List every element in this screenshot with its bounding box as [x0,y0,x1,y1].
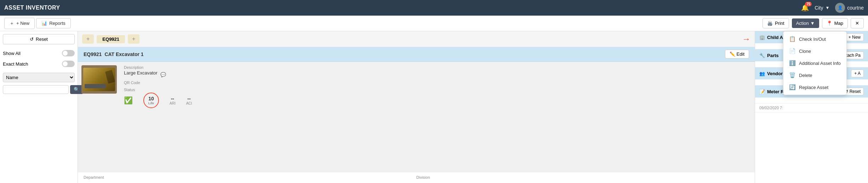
department-label: Department [84,175,416,179]
edit-label: Edit [737,51,744,57]
description-label: Description [124,65,751,70]
life-label: Life [148,101,154,105]
toolbar-right: 🖨️ Print Action ▼ 📍 Map ✕ [763,18,864,28]
dropdown-item[interactable]: 🔄Replace Asset [783,81,846,93]
notification-count: 75 [805,2,812,6]
search-field-select[interactable]: Name [3,73,75,82]
close-button[interactable]: ✕ [851,18,864,28]
ari-value: -- [170,96,176,101]
dropdown-item-icon: 📄 [789,48,795,54]
parts-icon: 🔧 [759,53,765,58]
child-assets-new-button[interactable]: + New [845,33,864,41]
print-label: Print [775,21,784,26]
add-label: + A [854,71,861,76]
map-label: Map [834,21,843,26]
app-title: ASSET INVENTORY [4,5,801,11]
dropdown-item[interactable]: 📋Check In/Out [783,33,846,45]
asset-name: CAT Excavator 1 [104,51,725,57]
avatar: 👤 [835,3,845,13]
dropdown-item[interactable]: 📄Clone [783,45,846,57]
close-icon: ✕ [855,21,859,26]
reset-icon: ↺ [30,37,34,42]
main-toolbar: ＋ + New 📊 Reports 🖨️ Print Action ▼ 📍 Ma… [0,16,868,31]
dropdown-item[interactable]: ℹ️Additional Asset Info [783,57,846,69]
content-area: + EQ9921 + → EQ9921 CAT Excavator 1 ✏️ E… [78,31,755,183]
tab-add-left-button[interactable]: + [82,34,94,44]
show-all-label: Show All [3,51,21,56]
edit-icon: ✏️ [730,51,735,57]
life-value: 10 [148,96,154,101]
ari-label: ARI [170,101,176,105]
dropdown-item-icon: 🔄 [789,84,795,90]
department-row: Department Division [78,172,755,183]
dropdown-item-label: Delete [799,73,812,78]
vendor-title: 👥 Vendor [759,71,783,76]
new-label: + New [849,35,861,40]
exact-match-label: Exact Match [3,61,28,67]
parts-title: 🔧 Parts [759,53,779,58]
comment-icon: 💬 [160,72,166,77]
asset-tab[interactable]: EQ9921 [97,35,125,43]
chevron-down-icon: ▼ [810,21,815,26]
status-check-icon: ✅ [124,96,133,105]
aci-label: ACI [186,101,192,105]
plus-icon: ＋ [10,20,14,27]
meter-icon: 📝 [759,89,765,94]
parts-label: Parts [767,53,779,58]
show-all-row: Show All [3,49,75,58]
city-selector[interactable]: City ▼ [815,5,829,11]
action-dropdown: 📋Check In/Out📄Cloneℹ️Additional Asset In… [783,31,847,95]
dropdown-item-icon: 📋 [789,36,795,42]
new-button[interactable]: ＋ + New [4,18,35,29]
asset-info: Description Large Excavator 💬 QR Code St… [120,62,755,172]
ari-col: -- ARI [170,96,176,105]
print-button[interactable]: 🖨️ Print [763,18,789,28]
action-button[interactable]: Action ▼ [792,18,819,28]
asset-detail: Description Large Excavator 💬 QR Code St… [78,62,755,172]
dropdown-item-icon: 🗑️ [789,72,795,78]
vendor-add-button[interactable]: + A [851,70,864,77]
division-col: Division [416,175,749,180]
city-label: City [815,5,823,11]
dropdown-item-label: Check In/Out [799,37,826,42]
action-label: Action [796,21,809,26]
status-row: ✅ 10 Life -- ARI -- ACI [124,93,751,108]
search-input-row: 🔍 [3,85,75,94]
show-all-toggle[interactable] [62,50,75,56]
tab-add-right-button[interactable]: + [128,34,139,44]
map-button[interactable]: 📍 Map [822,18,848,28]
asset-image [81,65,117,94]
reports-icon: 📊 [41,21,47,26]
top-nav: ASSET INVENTORY 🔔 75 City ▼ 👤 courtne [0,0,868,16]
search-input[interactable] [3,85,69,94]
description-value: Large Excavator [124,70,158,76]
dropdown-item-label: Clone [799,49,811,54]
exact-match-toggle[interactable] [62,61,75,67]
reports-button[interactable]: 📊 Reports [36,18,71,28]
qr-label: QR Code [124,81,751,85]
sidebar: ↺ Reset Show All Exact Match Name 🔍 [0,31,78,183]
user-menu[interactable]: 👤 courtne [835,3,864,13]
child-assets-icon: 🏢 [759,35,765,40]
search-select-row: Name [3,73,75,82]
aci-value: -- [186,96,192,101]
aci-col: -- ACI [186,96,192,105]
new-label: + New [16,21,29,26]
dropdown-item-icon: ℹ️ [789,60,795,66]
notification-bell[interactable]: 🔔 75 [801,4,809,12]
dropdown-item[interactable]: 🗑️Delete [783,69,846,81]
vendor-label: Vendor [767,71,783,76]
top-nav-right: 🔔 75 City ▼ 👤 courtne [801,3,864,13]
sidebar-reset-button[interactable]: ↺ Reset [3,34,75,44]
status-label: Status [124,88,751,92]
reports-label: Reports [49,21,65,26]
dropdown-item-label: Additional Asset Info [799,61,841,66]
map-icon: 📍 [827,21,832,26]
user-name: courtne [847,5,864,11]
life-circle: 10 Life [143,93,159,108]
print-icon: 🖨️ [767,21,773,26]
edit-button[interactable]: ✏️ Edit [725,50,749,59]
timestamp: 09/02/2020 7: [759,106,783,110]
asset-id: EQ9921 [84,51,102,57]
excavator-thumbnail [83,68,115,91]
